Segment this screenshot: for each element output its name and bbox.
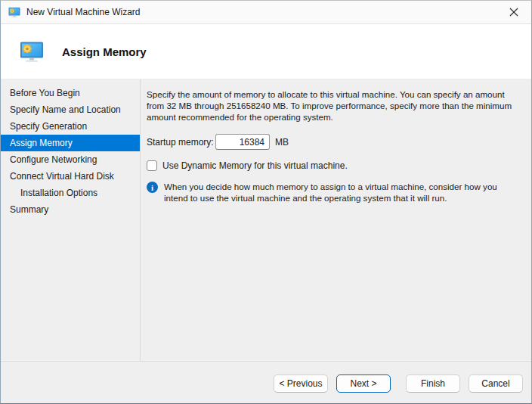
page-title: Assign Memory [62, 45, 147, 58]
sidebar-item-connect-virtual-hard-disk[interactable]: Connect Virtual Hard Disk [1, 168, 140, 185]
page-content: Specify the amount of memory to allocate… [141, 79, 531, 361]
page-header: Assign Memory [1, 24, 531, 79]
finish-button[interactable]: Finish [406, 374, 460, 393]
next-button[interactable]: Next > [336, 374, 391, 393]
startup-memory-label: Startup memory: [147, 137, 215, 148]
previous-button[interactable]: < Previous [274, 374, 328, 393]
cancel-button[interactable]: Cancel [469, 374, 523, 393]
wizard-footer: < Previous Next > Finish Cancel [1, 361, 531, 404]
window-title: New Virtual Machine Wizard [26, 7, 141, 17]
startup-memory-unit: MB [275, 137, 289, 148]
memory-description-text: Specify the amount of memory to allocate… [147, 89, 522, 123]
sidebar-item-specify-name-and-location[interactable]: Specify Name and Location [1, 101, 140, 118]
vm-monitor-icon [20, 41, 44, 63]
vm-monitor-icon [8, 7, 20, 18]
sidebar-item-installation-options[interactable]: Installation Options [1, 185, 140, 201]
wizard-steps-sidebar: Before You Begin Specify Name and Locati… [1, 79, 141, 361]
wizard-body: Before You Begin Specify Name and Locati… [1, 79, 531, 361]
sidebar-item-configure-networking[interactable]: Configure Networking [1, 151, 140, 168]
title-bar: New Virtual Machine Wizard [1, 1, 531, 24]
dynamic-memory-label: Use Dynamic Memory for this virtual mach… [162, 160, 348, 171]
sidebar-item-assign-memory[interactable]: Assign Memory [1, 135, 140, 151]
close-button[interactable] [496, 1, 531, 23]
info-note-row: i When you decide how much memory to ass… [147, 181, 522, 204]
sidebar-item-specify-generation[interactable]: Specify Generation [1, 118, 140, 135]
info-icon: i [147, 182, 158, 193]
sidebar-item-summary[interactable]: Summary [1, 201, 140, 218]
startup-memory-row: Startup memory: MB [147, 134, 522, 150]
close-icon [509, 8, 518, 17]
startup-memory-input[interactable] [215, 134, 270, 150]
info-note-text: When you decide how much memory to assig… [164, 181, 522, 204]
dynamic-memory-row: Use Dynamic Memory for this virtual mach… [147, 160, 522, 171]
dynamic-memory-checkbox[interactable] [147, 160, 157, 171]
wizard-window: New Virtual Machine Wizard Assign Memory… [0, 0, 532, 404]
sidebar-item-before-you-begin[interactable]: Before You Begin [1, 85, 140, 101]
